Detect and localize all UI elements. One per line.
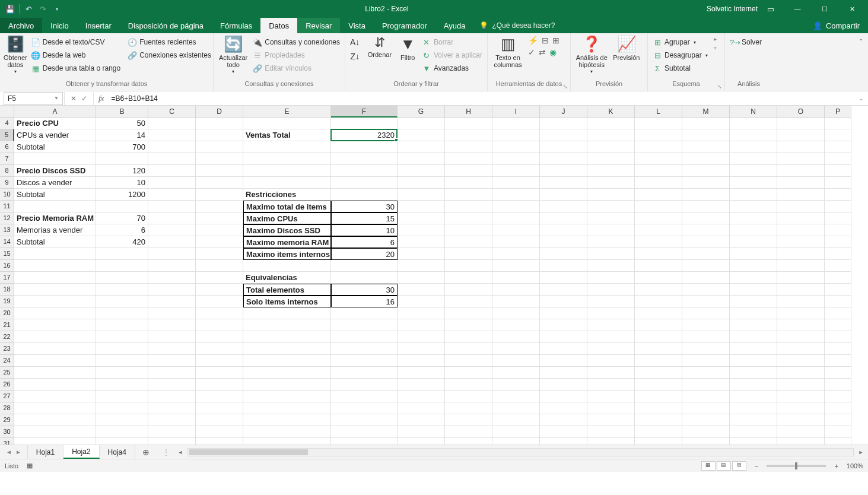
cell[interactable] [587, 165, 635, 177]
cell[interactable] [730, 426, 777, 438]
cell[interactable] [148, 379, 196, 391]
tab-home[interactable]: Inicio [42, 18, 77, 33]
cell[interactable] [825, 307, 851, 319]
minimize-button[interactable]: — [784, 0, 811, 18]
cell[interactable] [398, 153, 445, 165]
tab-developer[interactable]: Programador [374, 18, 435, 33]
cell[interactable] [635, 391, 682, 402]
cell[interactable] [777, 189, 825, 201]
cell[interactable] [777, 224, 825, 236]
cell[interactable] [398, 426, 445, 438]
refresh-all-button[interactable]: 🔄 Actualizar todo ▾ [217, 36, 249, 75]
cell[interactable] [730, 379, 777, 391]
cell[interactable] [148, 319, 196, 331]
cell[interactable] [96, 153, 148, 165]
cell[interactable] [331, 379, 398, 391]
cell[interactable] [635, 414, 682, 426]
cell[interactable] [243, 414, 331, 426]
cell[interactable] [445, 141, 492, 153]
cell[interactable] [14, 296, 96, 307]
cell[interactable] [540, 379, 587, 391]
cell[interactable] [196, 224, 243, 236]
column-header[interactable]: O [777, 106, 825, 118]
cell[interactable] [587, 379, 635, 391]
cell[interactable] [196, 367, 243, 379]
cell[interactable] [777, 153, 825, 165]
cell[interactable] [777, 355, 825, 367]
cell[interactable] [96, 284, 148, 296]
cell[interactable] [492, 343, 540, 355]
relationships-icon[interactable]: ⇄ [539, 47, 546, 57]
cell[interactable] [730, 307, 777, 319]
cell[interactable] [825, 189, 851, 201]
cell[interactable] [587, 343, 635, 355]
sort-asc-button[interactable]: A↓ [349, 36, 361, 49]
cell[interactable] [730, 284, 777, 296]
cell[interactable] [730, 343, 777, 355]
cell[interactable] [148, 153, 196, 165]
cell[interactable] [730, 331, 777, 343]
cell[interactable] [445, 379, 492, 391]
cell[interactable] [196, 165, 243, 177]
column-header[interactable]: A [14, 106, 96, 118]
cell[interactable]: Restricciones [243, 189, 331, 201]
page-layout-view-button[interactable]: ▤ [717, 461, 731, 471]
cell[interactable] [492, 129, 540, 141]
cell[interactable] [196, 153, 243, 165]
cell[interactable] [777, 296, 825, 307]
cell[interactable] [148, 224, 196, 236]
cell[interactable] [14, 284, 96, 296]
cell[interactable] [587, 272, 635, 284]
cell[interactable]: Maximo memoria RAM [243, 236, 331, 248]
cell[interactable] [730, 391, 777, 402]
cell[interactable] [777, 212, 825, 224]
cell[interactable] [148, 331, 196, 343]
cell[interactable]: 700 [96, 141, 148, 153]
cell[interactable] [445, 414, 492, 426]
close-button[interactable]: ✕ [838, 0, 866, 18]
page-break-view-button[interactable]: ⊞ [732, 461, 746, 471]
cell[interactable] [331, 307, 398, 319]
cell[interactable] [492, 201, 540, 212]
cell[interactable]: Maximo Discos SSD [243, 224, 331, 236]
cell[interactable] [96, 272, 148, 284]
cell[interactable] [445, 402, 492, 414]
cell[interactable] [682, 212, 730, 224]
cell[interactable] [196, 391, 243, 402]
cell[interactable] [492, 379, 540, 391]
cell[interactable] [682, 296, 730, 307]
cell[interactable] [587, 319, 635, 331]
cell[interactable] [14, 260, 96, 272]
row-header[interactable]: 8 [0, 165, 14, 177]
cell[interactable] [398, 296, 445, 307]
macro-record-icon[interactable]: ▦ [27, 462, 33, 469]
cell[interactable] [587, 129, 635, 141]
cell[interactable] [730, 319, 777, 331]
cell[interactable] [730, 402, 777, 414]
cell[interactable] [777, 402, 825, 414]
cell[interactable] [635, 189, 682, 201]
cell[interactable] [635, 260, 682, 272]
row-header[interactable]: 31 [0, 438, 14, 445]
tab-help[interactable]: Ayuda [435, 18, 474, 33]
cell[interactable] [587, 260, 635, 272]
cell[interactable] [445, 248, 492, 260]
cell[interactable] [398, 307, 445, 319]
cell[interactable] [635, 438, 682, 445]
row-header[interactable]: 29 [0, 414, 14, 426]
cell[interactable] [243, 343, 331, 355]
cell[interactable] [243, 331, 331, 343]
cell[interactable] [331, 426, 398, 438]
column-header[interactable]: I [492, 106, 540, 118]
cell[interactable] [196, 260, 243, 272]
cell[interactable] [825, 129, 851, 141]
cell[interactable] [398, 319, 445, 331]
cell[interactable] [398, 343, 445, 355]
cell[interactable] [540, 153, 587, 165]
cell[interactable] [148, 118, 196, 129]
cell[interactable] [331, 367, 398, 379]
zoom-level[interactable]: 100% [847, 462, 863, 469]
cell[interactable] [14, 355, 96, 367]
cell[interactable] [825, 260, 851, 272]
cell[interactable] [243, 438, 331, 445]
